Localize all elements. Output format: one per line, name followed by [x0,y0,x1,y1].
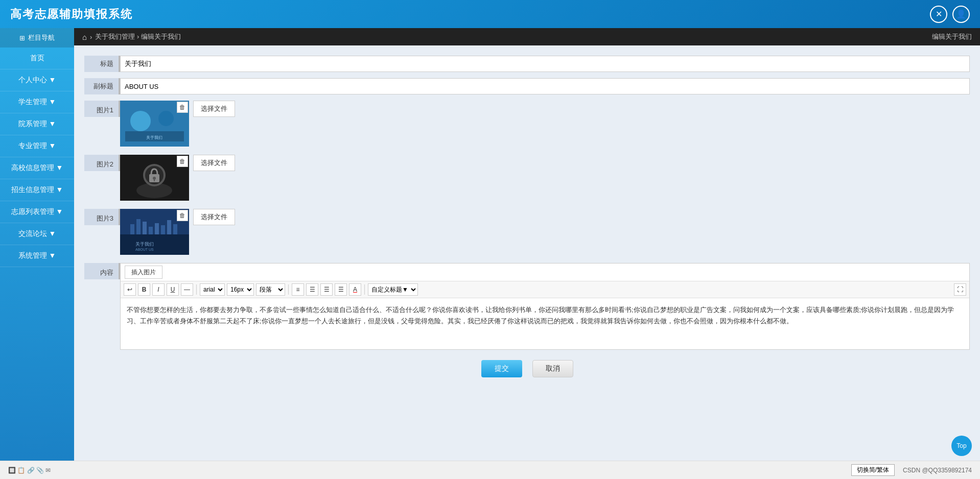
image2-preview-wrap: 🗑 [120,155,189,201]
font-size-select[interactable]: 16px 12px 14px 18px 24px [227,283,254,296]
image3-delete-button[interactable]: 🗑 [177,210,188,221]
breadcrumb-page-title: 编辑关于我们 [932,32,972,41]
sidebar-header-label: 栏目导航 [28,33,55,42]
custom-heading-select[interactable]: 自定义标题▼ [368,283,418,296]
sidebar-item-student[interactable]: 学生管理 ▼ [0,91,74,113]
toolbar-divider3 [364,284,365,295]
image3-controls: 关于我们 ABOUT US 🗑 选择文件 [120,209,235,255]
svg-text:关于我们: 关于我们 [146,135,162,140]
sidebar-item-forum[interactable]: 交流论坛 ▼ [0,223,74,245]
svg-text:关于我们: 关于我们 [135,242,154,247]
svg-rect-20 [167,220,171,234]
undo-button[interactable]: ↩ [124,283,136,296]
watermark: CSDN @QQ3359892174 [903,467,972,474]
image2-row: 图片2 [84,155,970,201]
image3-preview-wrap: 关于我们 ABOUT US 🗑 [120,209,189,255]
subtitle-row: 副标题 [84,78,970,94]
image1-delete-button[interactable]: 🗑 [177,102,188,113]
toolbar-divider1 [196,284,197,295]
title-label: 标题 [84,56,120,72]
sidebar: ⊞ 栏目导航 首页 个人中心 ▼ 学生管理 ▼ 院系管理 ▼ 专业管理 ▼ 高校… [0,28,74,479]
subtitle-label: 副标题 [84,78,120,94]
image3-select-button[interactable]: 选择文件 [193,209,235,225]
bottom-right: 切换简/繁体 CSDN @QQ3359892174 [851,464,972,476]
bottom-icons: 🔲 📋 🔗 📎 ✉ [8,467,51,474]
content-row: 内容 插入图片 ↩ B I U — arial [84,263,970,350]
cancel-button[interactable]: 取消 [532,360,573,377]
insert-image-button[interactable]: 插入图片 [125,266,162,279]
svg-rect-15 [136,219,141,234]
bold-button[interactable]: B [138,283,150,296]
sidebar-item-major[interactable]: 专业管理 ▼ [0,135,74,157]
dash-button[interactable]: — [181,283,193,296]
title-input[interactable] [120,56,970,72]
close-button[interactable]: ✕ [930,6,947,23]
editor-toolbar-top: 插入图片 [121,264,969,281]
header-icons: ✕ 👤 [930,6,970,23]
title-row: 标题 [84,56,970,72]
font-family-select[interactable]: arial serif [200,283,225,296]
underline-button[interactable]: U [167,283,179,296]
sidebar-item-system[interactable]: 系统管理 ▼ [0,245,74,267]
image2-select-button[interactable]: 选择文件 [193,155,235,171]
breadcrumb-left: ⌂ › 关于我们管理 › 编辑关于我们 [82,32,181,41]
align-left-button[interactable]: ≡ [292,283,304,296]
submit-row: 提交 取消 [84,360,970,377]
svg-point-2 [158,111,174,126]
align-justify-button[interactable]: ☰ [335,283,347,296]
svg-rect-21 [173,224,177,234]
image1-label: 图片1 [84,101,120,117]
svg-rect-18 [155,223,159,234]
svg-rect-19 [161,225,165,234]
app-title: 高考志愿辅助填报系统 [10,7,133,22]
subtitle-input[interactable] [120,78,970,94]
home-icon: ⌂ [82,33,87,41]
sidebar-header: ⊞ 栏目导航 [0,28,74,47]
svg-text:ABOUT US: ABOUT US [135,248,154,251]
bottom-bar: 🔲 📋 🔗 📎 ✉ 切换简/繁体 CSDN @QQ3359892174 [0,461,980,479]
italic-button[interactable]: I [152,283,165,296]
svg-rect-17 [149,227,153,234]
app-header: 高考志愿辅助填报系统 ✕ 👤 [0,0,980,28]
form-area: 标题 副标题 图片1 [74,45,980,388]
toolbar-divider2 [288,284,289,295]
bottom-left: 🔲 📋 🔗 📎 ✉ [8,467,51,474]
sidebar-item-home[interactable]: 首页 [0,47,74,69]
image2-controls: 🗑 选择文件 [120,155,235,201]
breadcrumb-sep1: › [90,33,92,41]
sidebar-item-personal[interactable]: 个人中心 ▼ [0,69,74,91]
main-layout: ⊞ 栏目导航 首页 个人中心 ▼ 学生管理 ▼ 院系管理 ▼ 专业管理 ▼ 高校… [0,28,980,479]
image2-delete-button[interactable]: 🗑 [177,156,188,167]
breadcrumb-path: 关于我们管理 › 编辑关于我们 [95,32,181,41]
sidebar-item-university[interactable]: 高校信息管理 ▼ [0,157,74,179]
svg-rect-14 [130,224,134,234]
image2-label: 图片2 [84,155,120,171]
sidebar-item-volunteer[interactable]: 志愿列表管理 ▼ [0,201,74,223]
image1-row: 图片1 关于我们 🗑 [84,101,970,147]
breadcrumb-bar: ⌂ › 关于我们管理 › 编辑关于我们 编辑关于我们 [74,28,980,45]
svg-rect-13 [120,234,189,255]
sidebar-item-dept[interactable]: 院系管理 ▼ [0,113,74,135]
fullscreen-button[interactable]: ⛶ [954,283,966,296]
image3-label: 图片3 [84,209,120,225]
svg-point-1 [130,111,151,131]
align-right-button[interactable]: ☰ [320,283,333,296]
editor-body[interactable]: 不管你想要怎样的生活，你都要去努力争取，不多尝试一些事情怎么知道自己适合什么、不… [121,298,969,349]
image1-select-button[interactable]: 选择文件 [193,101,235,117]
lang-switch-button[interactable]: 切换简/繁体 [851,464,895,476]
image1-preview-wrap: 关于我们 🗑 [120,101,189,147]
content-label: 内容 [84,263,120,279]
main-content: ⌂ › 关于我们管理 › 编辑关于我们 编辑关于我们 标题 副标题 图片1 [74,28,980,479]
paragraph-select[interactable]: 段落 标题1 标题2 [256,283,285,296]
sidebar-item-enrollment[interactable]: 招生信息管理 ▼ [0,179,74,201]
user-button[interactable]: 👤 [952,6,970,23]
align-center-button[interactable]: ☰ [306,283,318,296]
submit-button[interactable]: 提交 [481,360,522,377]
svg-rect-16 [143,222,147,234]
image1-controls: 关于我们 🗑 选择文件 [120,101,235,147]
font-color-button[interactable]: A [349,283,361,296]
svg-point-10 [153,177,156,180]
back-to-top-button[interactable]: Top [951,436,972,456]
image3-row: 图片3 [84,209,970,255]
editor-wrap: 插入图片 ↩ B I U — arial serif [120,263,970,350]
